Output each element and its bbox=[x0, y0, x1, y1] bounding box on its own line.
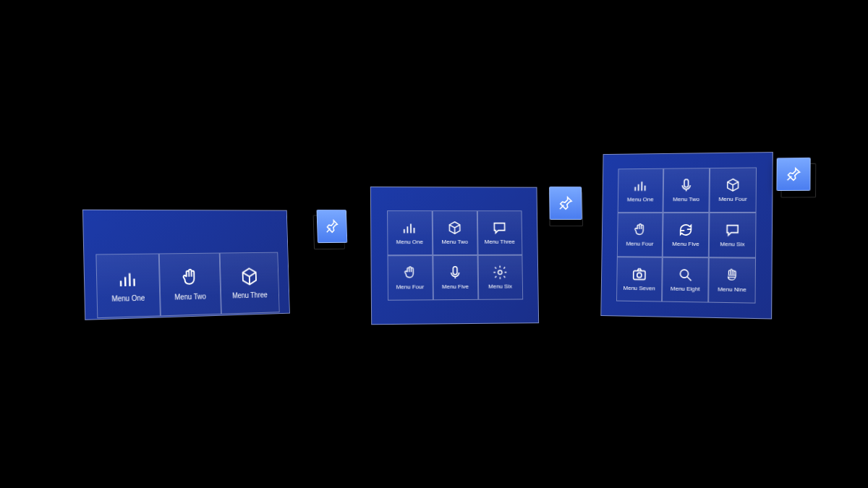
svg-point-18 bbox=[637, 273, 642, 277]
menu-item-nine[interactable]: Menu Nine bbox=[708, 257, 756, 303]
panel-surface: Menu One Menu Two Menu Four Menu Four Me… bbox=[600, 152, 773, 319]
menu-label: Menu Two bbox=[174, 292, 206, 301]
menu-item-two[interactable]: Menu Two bbox=[158, 253, 221, 317]
menu-item-two[interactable]: Menu Two bbox=[663, 168, 710, 213]
menu-label: Menu Six bbox=[720, 241, 744, 247]
pin-button-2[interactable] bbox=[549, 187, 582, 220]
menu-item-four-b[interactable]: Menu Four bbox=[617, 213, 663, 257]
gear-icon bbox=[492, 264, 508, 280]
menu-grid: Menu One Menu Two Menu Three bbox=[95, 252, 279, 319]
menu-label: Menu Seven bbox=[624, 284, 655, 291]
menu-label: Menu Two bbox=[442, 239, 468, 245]
menu-label: Menu Four bbox=[718, 195, 746, 202]
menu-label: Menu Six bbox=[488, 283, 512, 289]
camera-icon bbox=[631, 266, 647, 282]
menu-item-one[interactable]: Menu One bbox=[95, 253, 161, 318]
menu-label: Menu One bbox=[111, 294, 145, 302]
pin-button-3[interactable] bbox=[776, 158, 810, 191]
menu-item-four[interactable]: Menu Four bbox=[387, 255, 433, 301]
menu-grid: Menu One Menu Two Menu Three Menu Four M… bbox=[387, 210, 523, 301]
menu-item-three[interactable]: Menu Three bbox=[477, 210, 522, 255]
menu-label: Menu Three bbox=[485, 238, 515, 244]
scene: Menu One Menu Two Menu Three bbox=[0, 0, 868, 488]
bar-chart-icon bbox=[633, 177, 649, 193]
menu-panel-3: Menu One Menu Two Menu Four Menu Four Me… bbox=[600, 152, 773, 319]
menu-item-eight[interactable]: Menu Eight bbox=[662, 257, 709, 303]
menu-label: Menu Three bbox=[232, 291, 268, 299]
menu-label: Menu Four bbox=[626, 240, 653, 247]
menu-label: Menu Five bbox=[442, 283, 469, 289]
cube-icon bbox=[239, 265, 260, 287]
pin-icon bbox=[786, 166, 802, 182]
chat-icon bbox=[492, 220, 508, 236]
cube-icon bbox=[725, 176, 741, 192]
hand-mesh-icon bbox=[724, 267, 741, 283]
menu-grid: Menu One Menu Two Menu Four Menu Four Me… bbox=[616, 167, 757, 303]
svg-rect-17 bbox=[634, 270, 645, 279]
menu-label: Menu Four bbox=[396, 283, 424, 290]
menu-item-one[interactable]: Menu One bbox=[618, 168, 664, 213]
pin-icon bbox=[325, 218, 339, 234]
svg-point-10 bbox=[498, 270, 502, 274]
menu-label: Menu Two bbox=[673, 196, 699, 202]
cube-icon bbox=[447, 220, 463, 236]
mic-icon bbox=[678, 177, 694, 193]
menu-item-three[interactable]: Menu Three bbox=[219, 252, 279, 314]
hand-icon bbox=[402, 265, 418, 281]
menu-item-two[interactable]: Menu Two bbox=[432, 210, 477, 255]
menu-label: Menu Five bbox=[672, 240, 699, 247]
menu-item-one[interactable]: Menu One bbox=[387, 210, 433, 255]
menu-label: Menu One bbox=[627, 196, 654, 202]
svg-line-20 bbox=[687, 276, 692, 281]
refresh-icon bbox=[678, 222, 694, 238]
panel-surface: Menu One Menu Two Menu Three Menu Four M… bbox=[370, 187, 539, 325]
search-icon bbox=[677, 266, 693, 282]
menu-label: Menu One bbox=[396, 239, 423, 245]
menu-item-six[interactable]: Menu Six bbox=[709, 213, 757, 258]
menu-item-four-a[interactable]: Menu Four bbox=[709, 167, 757, 213]
panel-surface: Menu One Menu Two Menu Three bbox=[82, 210, 290, 320]
menu-item-five[interactable]: Menu Five bbox=[433, 255, 478, 300]
bar-chart-icon bbox=[401, 220, 417, 236]
hand-icon bbox=[179, 266, 200, 288]
bar-chart-icon bbox=[117, 267, 139, 290]
menu-item-five[interactable]: Menu Five bbox=[663, 213, 710, 257]
menu-panel-2: Menu One Menu Two Menu Three Menu Four M… bbox=[370, 187, 539, 325]
menu-label: Menu Nine bbox=[718, 286, 746, 293]
menu-item-seven[interactable]: Menu Seven bbox=[616, 257, 663, 301]
svg-rect-9 bbox=[453, 266, 457, 274]
pin-icon bbox=[558, 195, 574, 211]
mic-icon bbox=[447, 264, 463, 280]
pin-button-1[interactable] bbox=[317, 210, 348, 243]
svg-point-19 bbox=[680, 270, 688, 278]
menu-panel-1: Menu One Menu Two Menu Three bbox=[82, 210, 290, 320]
hand-icon bbox=[632, 222, 648, 238]
menu-item-six[interactable]: Menu Six bbox=[477, 255, 523, 300]
menu-label: Menu Eight bbox=[671, 285, 700, 292]
svg-rect-16 bbox=[684, 179, 689, 187]
chat-icon bbox=[724, 222, 741, 238]
